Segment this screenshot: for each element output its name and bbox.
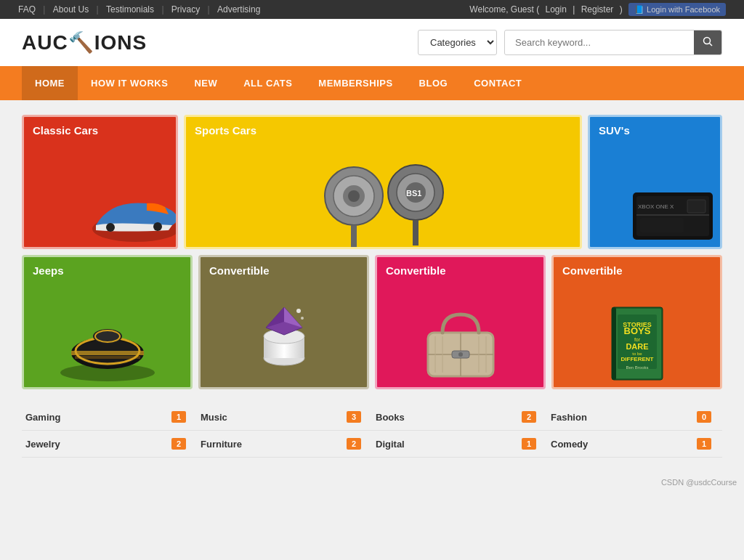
jewelry-count: 2 bbox=[171, 438, 186, 450]
gaming-count: 1 bbox=[171, 411, 186, 423]
shoe-illustration bbox=[89, 185, 176, 243]
svg-point-38 bbox=[301, 317, 304, 320]
testimonials-link[interactable]: Testimonials bbox=[106, 4, 154, 15]
list-column-2: Music 3 Furniture 2 bbox=[197, 404, 372, 458]
search-box bbox=[504, 30, 722, 55]
logo: AUC🔨IONS bbox=[22, 31, 147, 54]
nav-bar: HOME HOW IT WORKS NEW ALL CATS MEMBERSHI… bbox=[0, 66, 744, 100]
search-button[interactable] bbox=[694, 31, 721, 54]
fashion-label: Fashion bbox=[551, 412, 587, 423]
nav-how-it-works[interactable]: HOW IT WORKS bbox=[78, 66, 181, 100]
category-sports-cars[interactable]: Sports Cars BS1 bbox=[184, 115, 582, 249]
digital-label: Digital bbox=[376, 439, 405, 450]
sports-cars-image: BS1 bbox=[186, 144, 580, 247]
welcome-text: Welcome, Guest ( bbox=[469, 4, 539, 15]
advertising-link[interactable]: Advertising bbox=[217, 4, 260, 15]
list-item-gaming[interactable]: Gaming 1 bbox=[22, 404, 197, 431]
bottom-list: Gaming 1 Jewelry 2 Music 3 Furniture 2 B… bbox=[22, 404, 722, 458]
comedy-label: Comedy bbox=[551, 439, 588, 450]
svg-text:BS1: BS1 bbox=[406, 189, 421, 198]
about-link[interactable]: About Us bbox=[53, 4, 89, 15]
top-bar: FAQ | About Us | Testimonials | Privacy … bbox=[0, 0, 744, 19]
svg-text:for: for bbox=[634, 337, 640, 342]
facebook-login-btn[interactable]: 📘 Login with Facebook bbox=[628, 3, 726, 16]
comedy-count: 1 bbox=[697, 438, 711, 450]
logo-hammer: 🔨 bbox=[68, 31, 94, 54]
list-column-3: Books 2 Digital 1 bbox=[372, 404, 547, 458]
svg-text:XBOX ONE X: XBOX ONE X bbox=[638, 203, 674, 210]
gaming-label: Gaming bbox=[25, 412, 60, 423]
main-content: Classic Cars Sports Cars bbox=[0, 100, 744, 472]
digital-count: 1 bbox=[522, 438, 536, 450]
header: AUC🔨IONS Categories bbox=[0, 19, 744, 66]
top-bar-left: FAQ | About Us | Testimonials | Privacy … bbox=[15, 4, 264, 15]
books-label: Books bbox=[376, 412, 405, 423]
list-item-jewelry[interactable]: Jewelry 2 bbox=[22, 431, 197, 458]
header-controls: Categories bbox=[418, 30, 722, 55]
music-count: 3 bbox=[347, 411, 361, 423]
list-item-music[interactable]: Music 3 bbox=[197, 404, 372, 431]
nav-contact[interactable]: CONTACT bbox=[461, 66, 535, 100]
category-grid-bottom: Jeeps Converti bbox=[22, 255, 722, 389]
svg-rect-14 bbox=[413, 220, 418, 245]
nav-memberships[interactable]: MEMBERSHIPS bbox=[305, 66, 405, 100]
classic-cars-label: Classic Cars bbox=[24, 117, 176, 144]
list-item-furniture[interactable]: Furniture 2 bbox=[197, 431, 372, 458]
svg-rect-24 bbox=[71, 351, 144, 355]
svg-point-44 bbox=[458, 352, 463, 357]
jewelry-label: Jewelry bbox=[25, 439, 60, 450]
svg-rect-9 bbox=[351, 225, 357, 247]
list-item-comedy[interactable]: Comedy 1 bbox=[547, 431, 722, 458]
list-column-4: Fashion 0 Comedy 1 bbox=[547, 404, 722, 458]
footer-credit: CSDN @usdcCourse bbox=[0, 472, 744, 492]
svg-rect-25 bbox=[75, 356, 140, 359]
book-illustration: STORIES BOYS for DARE to be DIFFERENT Be… bbox=[604, 304, 670, 384]
convertible-1-label: Convertible bbox=[201, 257, 367, 284]
nav-home[interactable]: HOME bbox=[22, 66, 78, 100]
list-item-digital[interactable]: Digital 1 bbox=[372, 431, 547, 458]
svg-point-0 bbox=[704, 38, 711, 44]
faq-link[interactable]: FAQ bbox=[18, 4, 36, 15]
login-link[interactable]: Login bbox=[546, 4, 567, 15]
convertible-2-image bbox=[377, 284, 543, 387]
search-icon bbox=[703, 36, 713, 46]
category-convertible-1[interactable]: Convertible bbox=[198, 255, 369, 389]
nav-new[interactable]: NEW bbox=[181, 66, 230, 100]
convertible-1-image bbox=[201, 284, 367, 387]
furniture-count: 2 bbox=[347, 438, 361, 450]
svg-text:DARE: DARE bbox=[626, 342, 648, 351]
category-suvs[interactable]: SUV's XBOX ONE X bbox=[588, 115, 722, 249]
bag-illustration bbox=[417, 307, 504, 380]
jeeps-image bbox=[24, 284, 190, 387]
furniture-label: Furniture bbox=[201, 439, 242, 450]
svg-line-1 bbox=[710, 44, 713, 46]
register-link[interactable]: Register bbox=[581, 4, 614, 15]
list-item-fashion[interactable]: Fashion 0 bbox=[547, 404, 722, 431]
svg-point-4 bbox=[153, 222, 162, 231]
svg-text:Ben Brooks: Ben Brooks bbox=[626, 365, 648, 370]
nav-blog[interactable]: BLOG bbox=[406, 66, 461, 100]
svg-rect-18 bbox=[636, 214, 709, 216]
books-count: 2 bbox=[522, 411, 536, 423]
convertible-2-label: Convertible bbox=[377, 257, 543, 284]
category-jeeps[interactable]: Jeeps bbox=[22, 255, 193, 389]
logo-text-right: IONS bbox=[94, 31, 147, 54]
svg-text:BOYS: BOYS bbox=[623, 325, 650, 336]
svg-rect-59 bbox=[612, 307, 616, 380]
list-item-books[interactable]: Books 2 bbox=[372, 404, 547, 431]
category-classic-cars[interactable]: Classic Cars bbox=[22, 115, 178, 249]
xbox-illustration: XBOX ONE X bbox=[629, 178, 716, 243]
search-input[interactable] bbox=[505, 31, 694, 54]
sports-cars-label: Sports Cars bbox=[186, 117, 580, 144]
logo-text-left: AUC bbox=[22, 31, 68, 54]
nav-all-cats[interactable]: ALL CATS bbox=[230, 66, 305, 100]
category-grid-top: Classic Cars Sports Cars bbox=[22, 115, 722, 249]
category-convertible-2[interactable]: Convertible bbox=[375, 255, 546, 389]
music-label: Music bbox=[201, 412, 227, 423]
earphone-illustration: BS1 bbox=[310, 145, 456, 247]
privacy-link[interactable]: Privacy bbox=[171, 4, 200, 15]
category-convertible-3[interactable]: Convertible STORIES BOYS for DARE to be bbox=[551, 255, 722, 389]
svg-text:DIFFERENT: DIFFERENT bbox=[620, 356, 653, 362]
svg-point-3 bbox=[106, 223, 115, 232]
categories-dropdown[interactable]: Categories bbox=[418, 30, 497, 55]
